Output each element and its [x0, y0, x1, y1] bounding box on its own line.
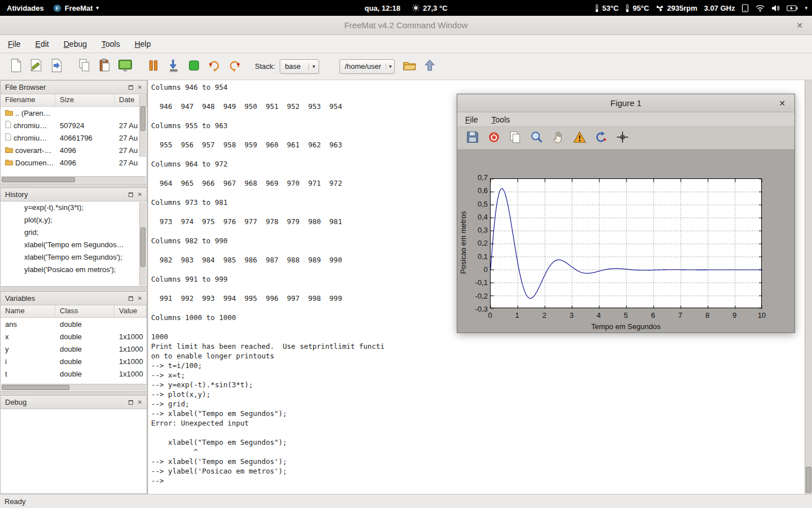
close-panel-icon[interactable]: ✕	[135, 398, 144, 407]
activities-button[interactable]: Atividades	[7, 0, 44, 16]
paste-button[interactable]	[95, 56, 115, 77]
pause-button[interactable]	[143, 56, 164, 77]
float-panel-icon[interactable]	[126, 398, 135, 407]
history-item[interactable]: ylabel('Posicao em metros');	[1, 264, 147, 276]
battery-icon[interactable]	[787, 0, 798, 16]
history-item[interactable]: plot(x,y);	[1, 214, 147, 226]
variables-panel: Variables ✕ Name Class Value ansdouble x…	[0, 291, 147, 392]
history-item[interactable]: xlabel('Tempo em Segundos…	[1, 239, 147, 251]
figure-window: Figure 1 ✕ File Tools 0	[457, 94, 795, 333]
save-file-button[interactable]	[46, 56, 67, 77]
clock[interactable]: qua, 12:18	[364, 0, 400, 16]
stack-select-value: base	[280, 62, 308, 71]
up-directory-icon	[424, 59, 435, 74]
gpu-temp-indicator[interactable]: 95°C	[625, 0, 649, 16]
float-panel-icon[interactable]	[126, 294, 135, 303]
table-row[interactable]: chromiu… 507924 27 Au	[1, 119, 147, 132]
cpu-temp-indicator[interactable]: 53°C	[595, 0, 619, 16]
reset-view-button[interactable]	[593, 130, 610, 147]
menu-help[interactable]: Help	[135, 40, 151, 49]
save-figure-button[interactable]	[464, 130, 481, 147]
table-row[interactable]: ydouble1x1000	[1, 343, 147, 355]
horizontal-scrollbar[interactable]	[1, 384, 146, 391]
close-panel-icon[interactable]: ✕	[135, 294, 144, 303]
open-folder-button[interactable]	[399, 56, 420, 77]
plot-area[interactable]	[490, 178, 762, 308]
zoom-button[interactable]	[528, 130, 545, 147]
cpu-freq-indicator[interactable]: 3.07 GHz	[704, 0, 735, 16]
thermometer-icon	[595, 4, 599, 12]
crosshair-button[interactable]	[614, 130, 631, 147]
power-button[interactable]	[486, 130, 502, 147]
step-in-button[interactable]	[204, 56, 224, 77]
volume-icon[interactable]	[771, 0, 780, 16]
tray-device-icon[interactable]	[742, 0, 749, 16]
column-value[interactable]: Value	[114, 305, 147, 317]
vertical-scrollbar[interactable]	[139, 95, 146, 157]
column-class[interactable]: Class	[55, 305, 114, 317]
pan-button[interactable]	[550, 130, 567, 147]
figure-menu-tools[interactable]: Tools	[492, 115, 510, 124]
step-icon	[167, 59, 180, 75]
table-row[interactable]: chromiu… 40661796 27 Au	[1, 132, 147, 144]
svg-text:F: F	[56, 5, 59, 11]
table-row[interactable]: tdouble1x1000	[1, 367, 147, 380]
column-size[interactable]: Size	[55, 94, 114, 106]
power-icon	[487, 130, 501, 146]
table-row[interactable]: coverart-… 4096 27 Au	[1, 144, 147, 156]
up-directory-button[interactable]	[420, 56, 440, 77]
menu-file[interactable]: File	[8, 40, 21, 49]
step-over-button[interactable]	[224, 56, 245, 77]
console-scrollbar[interactable]	[805, 80, 812, 494]
float-panel-icon[interactable]	[126, 190, 135, 199]
figure-menubar: File Tools	[457, 112, 795, 127]
close-panel-icon[interactable]: ✕	[135, 190, 144, 199]
table-row[interactable]: idouble1x1000	[1, 355, 147, 367]
table-row[interactable]: Documen… 4096 27 Au	[1, 156, 147, 169]
history-item[interactable]: y=exp(-t).*sin(3*t);	[1, 202, 147, 214]
edit-script-button[interactable]	[26, 56, 46, 77]
copy-button[interactable]	[74, 56, 95, 77]
horizontal-scrollbar[interactable]	[1, 176, 146, 183]
menu-tools[interactable]: Tools	[102, 40, 120, 49]
column-name[interactable]: Name	[1, 305, 55, 317]
save-file-icon	[50, 58, 63, 75]
figure-titlebar: Figure 1 ✕	[457, 94, 795, 112]
step-button[interactable]	[164, 56, 184, 77]
path-select[interactable]: /home/user ▾	[339, 59, 395, 74]
history-panel: History ✕ y=exp(-t).*sin(3*t); plot(x,y)…	[0, 187, 147, 287]
menu-edit[interactable]: Edit	[36, 40, 49, 49]
new-file-button[interactable]	[6, 56, 26, 77]
history-item[interactable]: xlabel('Tempo em Segundos');	[1, 251, 147, 264]
window-close-icon[interactable]: ✕	[794, 20, 805, 31]
run-button[interactable]	[184, 56, 204, 77]
path-select-value: /home/user	[340, 62, 386, 71]
close-panel-icon[interactable]: ✕	[135, 83, 144, 92]
weather-indicator[interactable]: 27,3 °C	[412, 0, 448, 16]
table-row[interactable]: xdouble1x1000	[1, 330, 147, 343]
editor-window-button[interactable]	[115, 56, 135, 77]
fan-speed-indicator[interactable]: 2935rpm	[656, 0, 697, 16]
menu-debug[interactable]: Debug	[64, 40, 87, 49]
wifi-icon[interactable]	[756, 0, 765, 16]
editor-window-icon	[118, 59, 133, 75]
app-menu[interactable]: F FreeMat▾	[53, 0, 99, 16]
debug-panel: Debug ✕	[0, 395, 147, 494]
copy-figure-button[interactable]	[507, 130, 524, 147]
vertical-scrollbar[interactable]	[139, 202, 146, 286]
variables-title: Variables	[5, 294, 35, 303]
table-row[interactable]: .. (Paren…	[1, 107, 147, 119]
stack-select[interactable]: base ▾	[280, 59, 319, 74]
pause-icon	[148, 59, 159, 74]
figure-close-icon[interactable]: ✕	[776, 98, 788, 109]
figure-menu-file[interactable]: File	[465, 115, 478, 124]
history-item[interactable]: grid;	[1, 226, 147, 239]
float-panel-icon[interactable]	[126, 83, 135, 92]
rotate-button[interactable]	[571, 130, 588, 147]
folder-icon	[5, 159, 13, 167]
tray-caret-icon[interactable]: ▾	[805, 0, 807, 16]
column-filename[interactable]: Filename	[1, 94, 55, 106]
folder-icon	[5, 109, 13, 117]
table-row[interactable]: ansdouble	[1, 318, 147, 330]
reset-view-icon	[594, 130, 608, 146]
